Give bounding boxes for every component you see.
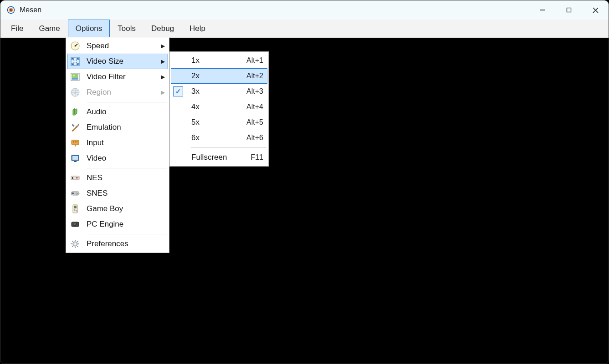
menuitem-video-size[interactable]: Video Size ▶ (67, 54, 168, 69)
separator (87, 102, 167, 102)
separator (191, 147, 266, 148)
svg-line-51 (72, 246, 73, 247)
svg-point-30 (77, 193, 78, 194)
svg-point-41 (75, 224, 76, 225)
svg-point-25 (76, 177, 77, 179)
videosize-5x[interactable]: 5x Alt+5 (171, 115, 267, 130)
menuitem-region[interactable]: Region ▶ (67, 85, 168, 100)
check-slot (173, 56, 183, 66)
svg-point-28 (72, 192, 74, 194)
app-icon (7, 6, 15, 14)
check-icon: ✓ (173, 86, 183, 96)
svg-rect-22 (74, 161, 77, 162)
chevron-right-icon: ▶ (161, 74, 165, 80)
picture-icon (69, 71, 81, 83)
svg-line-49 (77, 246, 78, 247)
menuitem-audio[interactable]: Audio (67, 104, 168, 120)
svg-point-31 (76, 193, 77, 194)
snes-icon (69, 187, 81, 199)
check-slot (173, 117, 183, 127)
menu-debug[interactable]: Debug (143, 20, 182, 37)
menubar: File Game Options Tools Debug Help (0, 20, 609, 38)
app-title: Mesen (20, 6, 41, 14)
chevron-right-icon: ▶ (161, 58, 165, 65)
pcengine-icon (69, 218, 81, 230)
videosize-6x[interactable]: 6x Alt+6 (171, 130, 267, 146)
svg-rect-34 (74, 206, 77, 208)
video-icon (69, 152, 81, 164)
separator (87, 234, 167, 234)
menuitem-preferences[interactable]: Preferences (67, 236, 168, 252)
menu-help[interactable]: Help (182, 20, 213, 37)
check-slot (173, 102, 183, 112)
nes-icon (69, 172, 81, 184)
svg-point-9 (75, 46, 76, 47)
shortcut: Alt+5 (246, 118, 263, 126)
svg-rect-4 (567, 8, 571, 12)
gameboy-icon (69, 203, 81, 215)
svg-point-35 (76, 210, 77, 211)
videosize-2x[interactable]: 2x Alt+2 (171, 68, 267, 84)
menu-file[interactable]: File (3, 20, 31, 37)
svg-point-2 (10, 9, 12, 11)
menuitem-speed[interactable]: Speed ▶ (67, 38, 168, 54)
svg-point-32 (77, 194, 77, 195)
svg-rect-14 (72, 78, 78, 80)
input-icon (69, 137, 81, 149)
videosize-fullscreen[interactable]: Fullscreen F11 (171, 150, 267, 165)
menuitem-video-filter[interactable]: Video Filter ▶ (67, 69, 168, 85)
svg-point-26 (77, 177, 79, 179)
shortcut: Alt+1 (246, 56, 263, 65)
videosize-3x[interactable]: ✓ 3x Alt+3 (171, 84, 267, 99)
videosize-submenu: 1x Alt+1 2x Alt+2 ✓ 3x Alt+3 4x Alt+4 5x… (169, 51, 269, 167)
svg-rect-24 (72, 177, 73, 179)
maximize-button[interactable] (556, 0, 582, 20)
svg-point-29 (77, 192, 77, 193)
app-window: Mesen File Game Options Tools Debug Help (0, 0, 609, 364)
audio-icon (69, 106, 81, 118)
shortcut: Alt+6 (246, 134, 263, 142)
shortcut: Alt+3 (246, 87, 263, 96)
svg-point-36 (77, 211, 77, 212)
svg-line-50 (77, 241, 78, 242)
svg-rect-38 (74, 209, 75, 211)
svg-rect-21 (72, 156, 78, 160)
shortcut: Alt+4 (246, 103, 263, 111)
svg-rect-19 (77, 142, 77, 142)
check-slot (173, 71, 183, 81)
menu-game[interactable]: Game (31, 20, 67, 37)
svg-point-43 (74, 243, 76, 245)
minimize-button[interactable] (529, 0, 556, 20)
check-slot (173, 152, 183, 162)
shortcut: F11 (251, 153, 263, 162)
videosize-4x[interactable]: 4x Alt+4 (171, 99, 267, 115)
globe-icon (69, 86, 81, 98)
tools-icon (69, 121, 81, 133)
speed-icon (69, 40, 81, 52)
videosize-1x[interactable]: 1x Alt+1 (171, 53, 267, 68)
svg-rect-18 (75, 142, 76, 142)
svg-rect-12 (72, 74, 78, 78)
check-slot (173, 133, 183, 143)
svg-point-13 (73, 75, 75, 76)
titlebar[interactable]: Mesen (0, 0, 609, 20)
close-button[interactable] (582, 0, 609, 20)
menuitem-nes[interactable]: NES (67, 170, 168, 186)
menuitem-gameboy[interactable]: Game Boy (67, 201, 168, 217)
menu-options[interactable]: Options (68, 20, 110, 37)
menuitem-input[interactable]: Input (67, 135, 168, 151)
svg-rect-17 (73, 142, 74, 142)
options-dropdown: Speed ▶ Video Size ▶ Video Filter ▶ Regi… (66, 37, 169, 253)
menuitem-video[interactable]: Video (67, 151, 168, 166)
separator (87, 168, 167, 168)
menu-tools[interactable]: Tools (110, 20, 143, 37)
chevron-right-icon: ▶ (161, 43, 165, 49)
menuitem-snes[interactable]: SNES (67, 186, 168, 201)
expand-icon (69, 56, 81, 67)
menuitem-emulation[interactable]: Emulation (67, 120, 168, 135)
window-controls (529, 0, 609, 20)
chevron-right-icon: ▶ (161, 89, 165, 96)
menuitem-pcengine[interactable]: PC Engine (67, 217, 168, 232)
svg-line-48 (72, 241, 73, 242)
gear-icon (69, 238, 81, 250)
